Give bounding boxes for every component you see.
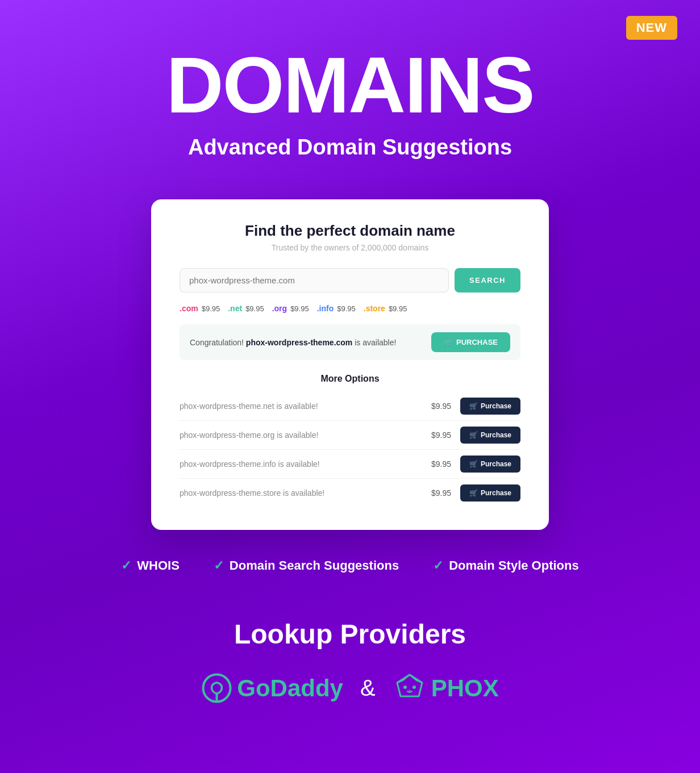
godaddy-name: GoDaddy [237, 675, 343, 702]
feature-label: Domain Style Options [449, 558, 579, 573]
cart-icon-small: 🛒 [469, 489, 478, 497]
tld-ext: .info [317, 304, 334, 313]
svg-marker-4 [410, 675, 422, 683]
cart-icon-small: 🛒 [469, 402, 478, 410]
card-subtitle: Trusted by the owners of 2,000,000 domai… [180, 243, 520, 252]
tld-price: $9.95 [245, 304, 264, 313]
avail-suffix: is available! [352, 338, 396, 347]
option-row: phox-wordpress-theme.net is available! $… [180, 392, 520, 421]
option-row: phox-wordpress-theme.store is available!… [180, 479, 520, 507]
search-button[interactable]: SEARCH [455, 268, 520, 293]
hero-subtitle: Advanced Domain Suggestions [0, 135, 700, 160]
hero-section: DOMAINS Advanced Domain Suggestions [0, 0, 700, 182]
hero-title: DOMAINS [0, 45, 700, 125]
tld-price: $9.95 [337, 304, 356, 313]
purchase-button-main[interactable]: 🛒 PURCHASE [431, 332, 510, 352]
tld-row: .com$9.95.net$9.95.org$9.95.info$9.95.st… [180, 304, 520, 313]
cart-icon-small: 🛒 [469, 460, 478, 468]
search-input[interactable] [180, 268, 449, 293]
feature-item: ✓Domain Search Suggestions [214, 558, 399, 573]
tld-price: $9.95 [290, 304, 309, 313]
phox-name: PHOX [431, 675, 499, 702]
more-options-title: More Options [180, 374, 520, 384]
feature-item: ✓WHOIS [121, 558, 180, 573]
tld-ext: .com [180, 304, 198, 313]
tld-ext: .org [272, 304, 287, 313]
purchase-btn-small[interactable]: 🛒Purchase [460, 456, 520, 473]
svg-marker-3 [397, 675, 410, 683]
avail-prefix: Congratulation! [190, 338, 246, 347]
purchase-btn-small[interactable]: 🛒Purchase [460, 398, 520, 415]
features-row: ✓WHOIS✓Domain Search Suggestions✓Domain … [0, 558, 700, 573]
purchase-btn-small[interactable]: 🛒Purchase [460, 427, 520, 444]
domain-search-card: Find the perfect domain name Trusted by … [151, 199, 549, 530]
option-price: $9.95 [431, 431, 451, 440]
option-price: $9.95 [431, 488, 451, 498]
godaddy-provider: GoDaddy [201, 672, 343, 704]
option-domain: phox-wordpress-theme.info is available! [180, 459, 320, 469]
purchase-label: PURCHASE [456, 338, 498, 346]
option-domain: phox-wordpress-theme.org is available! [180, 431, 318, 440]
provider-separator: & [360, 675, 376, 701]
check-icon: ✓ [433, 558, 443, 573]
lookup-title: Lookup Providers [0, 619, 700, 650]
feature-label: WHOIS [137, 558, 180, 573]
availability-banner: Congratulation! phox-wordpress-theme.com… [180, 324, 520, 360]
check-icon: ✓ [121, 558, 131, 573]
tld-price: $9.95 [202, 304, 220, 313]
tld-ext: .store [364, 304, 385, 313]
feature-item: ✓Domain Style Options [433, 558, 579, 573]
feature-label: Domain Search Suggestions [230, 558, 399, 573]
godaddy-icon [201, 672, 232, 704]
option-price: $9.95 [431, 402, 451, 411]
availability-text: Congratulation! phox-wordpress-theme.com… [190, 338, 396, 347]
cart-icon-small: 🛒 [469, 431, 478, 439]
phox-provider: PHOX [393, 672, 499, 704]
options-list: phox-wordpress-theme.net is available! $… [180, 392, 520, 507]
new-badge: NEW [626, 16, 677, 40]
card-title: Find the perfect domain name [180, 222, 520, 240]
search-row: SEARCH [180, 268, 520, 293]
tld-ext: .net [228, 304, 242, 313]
phox-icon [393, 672, 427, 704]
option-row: phox-wordpress-theme.org is available! $… [180, 421, 520, 450]
svg-marker-2 [397, 675, 422, 696]
option-row: phox-wordpress-theme.info is available! … [180, 450, 520, 479]
option-price: $9.95 [431, 459, 451, 469]
avail-domain: phox-wordpress-theme.com [246, 338, 352, 347]
purchase-btn-small[interactable]: 🛒Purchase [460, 484, 520, 502]
svg-point-6 [413, 686, 416, 689]
svg-point-7 [409, 690, 410, 692]
svg-point-5 [403, 686, 407, 689]
option-domain: phox-wordpress-theme.store is available! [180, 488, 324, 498]
providers-row: GoDaddy & PHOX [0, 672, 700, 704]
cart-icon: 🛒 [444, 338, 453, 346]
check-icon: ✓ [214, 558, 224, 573]
lookup-section: Lookup Providers GoDaddy & [0, 607, 700, 738]
tld-price: $9.95 [389, 304, 407, 313]
option-domain: phox-wordpress-theme.net is available! [180, 402, 318, 411]
